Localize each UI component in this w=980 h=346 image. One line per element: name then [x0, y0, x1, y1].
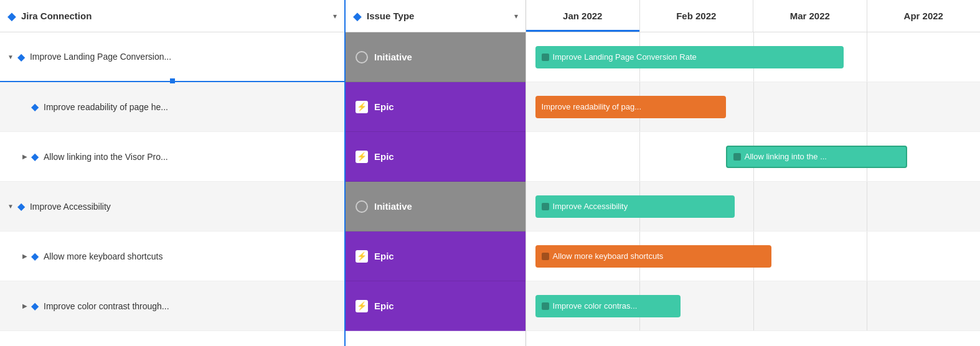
row-diamond-6: ◆ [31, 300, 39, 312]
row-text-1: Improve Landing Page Conversion... [30, 52, 171, 62]
bar-icon-3 [733, 153, 741, 161]
row-diamond-2: ◆ [31, 101, 39, 113]
row-text-6: Improve color contrast through... [44, 301, 169, 311]
expand-icon-4[interactable]: ▼ [7, 203, 14, 210]
epic-bolt-icon-6: ⚡ [356, 300, 368, 312]
jira-connection-header[interactable]: ◆ Jira Connection ▾ [7, 9, 337, 23]
issue-type-label-1: Initiative [374, 52, 412, 62]
gantt-bar-label-6: Improve color contras... [553, 301, 638, 311]
gantt-row-4: Improve Accessibility [526, 182, 980, 231]
gantt-row-2: Improve readability of pag... [526, 82, 980, 132]
gantt-month-feb: Feb 2022 [640, 0, 754, 32]
gantt-month-apr: Apr 2022 [867, 0, 981, 32]
row-text-5: Allow more keyboard shortcuts [44, 251, 163, 261]
issue-type-diamond-icon: ◆ [353, 9, 362, 23]
expand-icon-3[interactable]: ▶ [22, 153, 27, 160]
row-text-3: Allow linking into the Visor Pro... [44, 152, 168, 162]
issue-type-header[interactable]: ◆ Issue Type ▾ [346, 0, 525, 32]
issue-type-cell-5: ⚡ Epic [346, 231, 525, 281]
issue-type-header-title: Issue Type [367, 11, 414, 21]
initiative-icon-1 [356, 51, 368, 63]
epic-bolt-icon-2: ⚡ [356, 101, 368, 113]
gantt-bar-6[interactable]: Improve color contras... [535, 295, 681, 317]
bar-icon-5 [542, 253, 549, 260]
left-panel: ◆ Jira Connection ▾ ▼ ◆ Improve Landing … [0, 0, 346, 346]
gantt-row-3: Allow linking into the ... [526, 132, 980, 182]
issue-type-label-4: Initiative [374, 201, 412, 212]
issue-type-cell-1: Initiative [346, 32, 525, 82]
expand-icon-6[interactable]: ▶ [22, 302, 27, 309]
row-text-2: Improve readability of page he... [44, 102, 168, 112]
issue-type-cell-6: ⚡ Epic [346, 281, 525, 331]
expand-icon-1[interactable]: ▼ [7, 54, 14, 60]
row-diamond-4: ◆ [17, 200, 25, 212]
left-row-5: ▶ ◆ Allow more keyboard shortcuts [0, 231, 344, 281]
issue-type-label-6: Epic [374, 301, 394, 311]
gantt-bar-label-3: Allow linking into the ... [745, 152, 827, 161]
left-rows: ▼ ◆ Improve Landing Page Conversion... ▶… [0, 32, 344, 346]
gantt-bar-5[interactable]: Allow more keyboard shortcuts [535, 245, 771, 268]
left-row-4: ▼ ◆ Improve Accessibility [0, 182, 344, 231]
gantt-month-jan: Jan 2022 [526, 0, 640, 32]
gantt-bar-1[interactable]: Improve Landing Page Conversion Rate [535, 46, 844, 68]
bar-icon-4 [542, 203, 549, 210]
row-text-4: Improve Accessibility [30, 202, 111, 212]
row-diamond-1: ◆ [17, 51, 25, 63]
epic-bolt-icon-3: ⚡ [356, 151, 368, 163]
issue-type-cell-2: ⚡ Epic [346, 82, 525, 132]
app-container: ◆ Jira Connection ▾ ▼ ◆ Improve Landing … [0, 0, 980, 346]
gantt-header: Jan 2022 Feb 2022 Mar 2022 Apr 2022 [526, 0, 980, 32]
gantt-bar-label-2: Improve readability of pag... [542, 102, 641, 111]
row-diamond-5: ◆ [31, 250, 39, 262]
row-diamond-3: ◆ [31, 151, 39, 162]
epic-bolt-icon-5: ⚡ [356, 250, 368, 263]
gantt-rows: Improve Landing Page Conversion Rate Imp… [526, 32, 980, 346]
gantt-panel: Jan 2022 Feb 2022 Mar 2022 Apr 2022 [526, 0, 980, 346]
jira-header-title: Jira Connection [21, 11, 92, 21]
issue-type-cell-4: Initiative [346, 182, 525, 231]
bar-icon-6 [542, 302, 549, 310]
gantt-month-mar: Mar 2022 [753, 0, 867, 32]
issue-type-cell-3: ⚡ Epic [346, 132, 525, 182]
gantt-row-6: Improve color contras... [526, 281, 980, 331]
jira-diamond-icon: ◆ [7, 9, 16, 23]
gantt-bar-label-4: Improve Accessibility [553, 202, 628, 211]
gantt-bar-4[interactable]: Improve Accessibility [535, 195, 735, 218]
left-row-2: ▶ ◆ Improve readability of page he... [0, 82, 344, 132]
gantt-bar-3[interactable]: Allow linking into the ... [726, 146, 908, 168]
gantt-bar-label-1: Improve Landing Page Conversion Rate [553, 52, 697, 62]
middle-panel: ◆ Issue Type ▾ Initiative ⚡ Epic ⚡ Epic … [346, 0, 526, 346]
issue-type-label-5: Epic [374, 251, 394, 261]
resize-handle[interactable] [170, 78, 175, 83]
gantt-bar-2[interactable]: Improve readability of pag... [535, 96, 726, 118]
left-row-1: ▼ ◆ Improve Landing Page Conversion... [0, 32, 344, 82]
expand-icon-5[interactable]: ▶ [22, 253, 27, 260]
left-row-6: ▶ ◆ Improve color contrast through... [0, 281, 344, 331]
jira-header-row: ◆ Jira Connection ▾ [0, 0, 344, 32]
jira-dropdown-icon[interactable]: ▾ [333, 12, 337, 21]
issue-type-dropdown-icon[interactable]: ▾ [514, 12, 518, 21]
left-row-3: ▶ ◆ Allow linking into the Visor Pro... [0, 132, 344, 182]
bar-icon-1 [542, 54, 549, 61]
gantt-row-1: Improve Landing Page Conversion Rate [526, 32, 980, 82]
gantt-bar-label-5: Allow more keyboard shortcuts [553, 251, 664, 261]
issue-type-label-3: Epic [374, 151, 394, 162]
issue-type-label-2: Epic [374, 101, 394, 112]
initiative-icon-4 [356, 200, 368, 213]
gantt-row-5: Allow more keyboard shortcuts [526, 231, 980, 281]
